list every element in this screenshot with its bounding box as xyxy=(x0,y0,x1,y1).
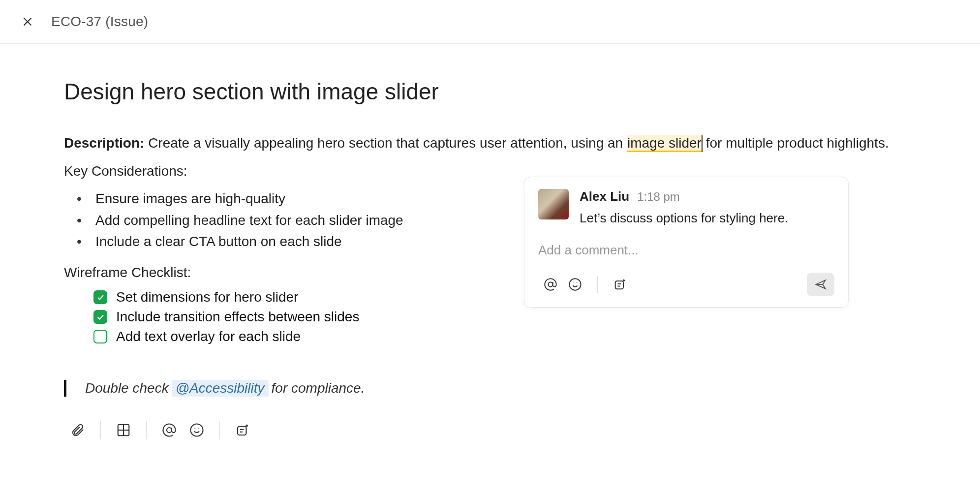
comment-thread-popup: Alex Liu 1:18 pm Let’s discuss options f… xyxy=(524,177,849,308)
description-text-after: for multiple product highlights. xyxy=(702,135,889,151)
svg-rect-9 xyxy=(238,427,246,436)
comment: Alex Liu 1:18 pm Let’s discuss options f… xyxy=(538,189,834,227)
comment-toolbar xyxy=(538,273,834,296)
checklist-item-label[interactable]: Include transition effects between slide… xyxy=(116,309,359,325)
svg-point-15 xyxy=(569,279,581,290)
mention-button[interactable] xyxy=(538,273,563,296)
mention-button[interactable] xyxy=(155,416,183,444)
emoji-button[interactable] xyxy=(563,273,587,296)
paperclip-icon xyxy=(70,423,85,437)
checklist-item-label[interactable]: Add text overlay for each slide xyxy=(116,329,301,344)
note-text-after: for compliance. xyxy=(272,380,365,396)
checkbox-unchecked[interactable] xyxy=(93,330,107,343)
issue-body: Design hero section with image slider De… xyxy=(0,44,980,464)
description-text-before: Create a visually appealing hero section… xyxy=(144,135,627,151)
table-button[interactable] xyxy=(110,416,137,444)
close-button[interactable] xyxy=(20,14,35,30)
grid-icon xyxy=(116,423,131,437)
issue-id-label[interactable]: ECO-37 (Issue) xyxy=(51,14,148,30)
checklist-item: Include transition effects between slide… xyxy=(93,309,916,325)
smile-icon xyxy=(568,278,582,291)
attach-button[interactable] xyxy=(64,416,92,444)
toolbar-separator xyxy=(219,421,220,439)
ai-sparkle-icon xyxy=(613,278,627,291)
toolbar-separator xyxy=(100,421,101,439)
ai-assist-button[interactable] xyxy=(608,273,632,296)
checklist-item: Add text overlay for each slide xyxy=(93,329,916,344)
avatar[interactable] xyxy=(538,189,569,219)
comment-text: Let’s discuss options for styling here. xyxy=(580,209,834,227)
checklist-item-label[interactable]: Set dimensions for hero slider xyxy=(116,289,298,305)
send-icon xyxy=(814,278,827,291)
smile-icon xyxy=(189,423,204,437)
emoji-button[interactable] xyxy=(183,416,211,444)
at-icon xyxy=(162,423,177,437)
issue-title[interactable]: Design hero section with image slider xyxy=(64,78,916,105)
svg-rect-18 xyxy=(615,281,623,289)
checkbox-checked[interactable] xyxy=(93,290,107,304)
checkmark-icon xyxy=(96,293,105,302)
issue-description[interactable]: Description: Create a visually appealing… xyxy=(64,133,916,153)
header-bar: ECO-37 (Issue) xyxy=(0,0,980,44)
svg-point-14 xyxy=(548,282,552,287)
comment-input[interactable] xyxy=(538,242,834,259)
svg-point-6 xyxy=(191,424,203,436)
toolbar-separator xyxy=(597,276,598,293)
toolbar-separator xyxy=(146,421,147,439)
note-text-before: Double check xyxy=(85,380,169,396)
checkmark-icon xyxy=(96,312,105,321)
close-icon xyxy=(21,15,34,28)
highlighted-text[interactable]: image slider xyxy=(627,135,702,152)
description-label: Description: xyxy=(64,135,144,151)
ai-sparkle-icon xyxy=(235,423,250,437)
ai-assist-button[interactable] xyxy=(229,416,256,444)
at-icon xyxy=(544,278,557,291)
blockquote-note[interactable]: Double check @Accessibility for complian… xyxy=(64,380,916,397)
editor-toolbar xyxy=(64,416,916,444)
comment-timestamp: 1:18 pm xyxy=(637,190,680,204)
checkbox-checked[interactable] xyxy=(93,310,107,324)
send-button[interactable] xyxy=(807,273,834,296)
svg-point-5 xyxy=(167,428,172,433)
comment-author: Alex Liu xyxy=(580,189,629,204)
mention-chip[interactable]: @Accessibility xyxy=(172,380,269,397)
